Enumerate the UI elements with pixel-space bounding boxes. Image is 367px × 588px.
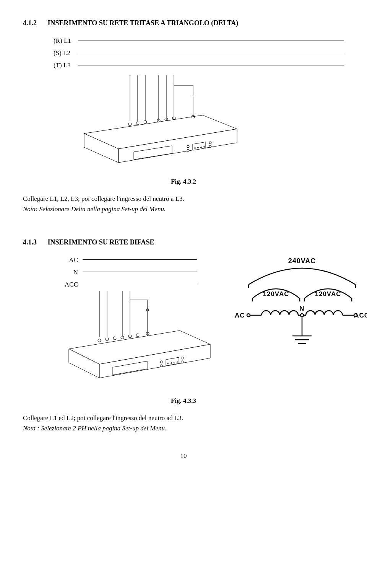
line-label-n: N [54, 269, 83, 276]
section-title-2: 4.1.3 INSERIMENTO SU RETE BIFASE [23, 238, 344, 246]
wire-line [83, 272, 197, 272]
line-label-t-l3: (T) L3 [54, 62, 78, 69]
page-number: 10 [23, 452, 344, 460]
svg-point-33 [201, 147, 202, 148]
wire-line [78, 65, 344, 65]
schematic-240vac: 240VAC [288, 257, 316, 265]
svg-point-31 [195, 148, 196, 149]
svg-point-49 [98, 339, 101, 342]
figure-text-2: Collegare L1 ed L2; poi collegare l'ingr… [23, 414, 344, 423]
svg-point-34 [204, 147, 205, 148]
line-label-r-l1: (R) L1 [54, 37, 78, 45]
svg-point-51 [113, 337, 116, 340]
svg-point-65 [177, 362, 178, 363]
figure-note-2: Nota : Selezionare 2 PH nella pagina Set… [23, 425, 166, 432]
svg-point-19 [136, 122, 139, 125]
line-label-acc: ACC [54, 281, 83, 288]
svg-point-68 [300, 314, 304, 317]
svg-point-64 [174, 362, 175, 363]
svg-point-67 [354, 314, 357, 317]
figure-text-1: Collegare L1, L2, L3; poi collegare l'in… [23, 195, 344, 204]
schematic-n: N [299, 305, 304, 312]
schematic-ac: AC [235, 312, 245, 319]
line-label-ac: AC [54, 256, 83, 264]
wiring-labels-1: (R) L1 (S) L2 (T) L3 [54, 35, 344, 72]
section-num-1: 4.1.2 [23, 19, 46, 27]
schematic-120vac-right: 120VAC [315, 290, 341, 298]
figure-caption-2: Fig. 4.3.3 [23, 397, 344, 405]
wire-line [78, 41, 344, 41]
figure-note-1: Nota: Selezionare Delta nella pagina Set… [23, 205, 166, 213]
svg-point-50 [106, 338, 109, 341]
svg-point-63 [171, 362, 172, 363]
svg-point-32 [198, 147, 199, 148]
wire-line [83, 259, 197, 260]
svg-point-66 [247, 314, 250, 317]
section-num-2: 4.1.3 [23, 238, 46, 246]
section-title-1: 4.1.2 INSERIMENTO SU RETE TRIFASE A TRIA… [23, 19, 344, 27]
line-label-s-l2: (S) L2 [54, 49, 78, 57]
schematic-120vac-left: 120VAC [263, 290, 289, 298]
wire-line [83, 284, 197, 284]
svg-point-62 [168, 363, 169, 364]
section-heading-2: INSERIMENTO SU RETE BIFASE [48, 238, 154, 246]
device-diagram-2 [65, 291, 218, 388]
biphase-schematic: 240VAC 120VAC 120VAC N AC ACC [229, 254, 367, 355]
section-heading-1: INSERIMENTO SU RETE TRIFASE A TRIANGOLO … [48, 19, 239, 27]
figure-caption-1: Fig. 4.3.2 [23, 178, 344, 186]
wiring-labels-2: AC N ACC [54, 254, 218, 291]
svg-point-54 [136, 334, 139, 337]
wire-line [78, 53, 344, 53]
svg-point-18 [128, 123, 132, 126]
device-diagram-1 [76, 75, 344, 169]
